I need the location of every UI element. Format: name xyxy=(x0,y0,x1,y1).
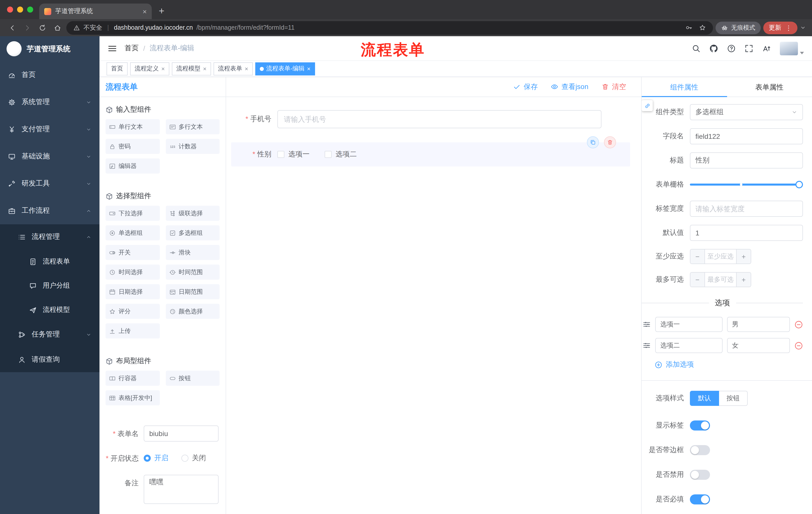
sidebar-item-process-model[interactable]: 流程模型 xyxy=(0,298,99,322)
bookmark-star-icon[interactable] xyxy=(699,24,706,31)
disabled-toggle[interactable] xyxy=(690,470,710,480)
style-default-button[interactable]: 默认 xyxy=(690,391,719,406)
chip-select[interactable]: 下拉选择 xyxy=(106,206,160,221)
status-on-radio[interactable]: 开启 xyxy=(144,454,168,463)
chip-table[interactable]: 表格[开发中] xyxy=(106,390,160,405)
increase-button[interactable]: + xyxy=(736,273,751,287)
close-icon[interactable]: × xyxy=(203,65,206,72)
chip-row-container[interactable]: 行容器 xyxy=(106,371,160,386)
breadcrumb-home[interactable]: 首页 xyxy=(125,44,139,53)
chip-editor[interactable]: 编辑器 xyxy=(106,158,160,173)
help-icon[interactable] xyxy=(727,44,736,53)
form-remark-textarea[interactable]: 嘿嘿 xyxy=(144,475,219,504)
sidebar-item-process-management[interactable]: 流程管理 xyxy=(0,224,99,249)
new-tab-button[interactable]: + xyxy=(159,6,164,16)
chip-button[interactable]: 按钮 xyxy=(166,371,220,386)
browser-menu-icon[interactable]: ⋮ xyxy=(785,24,792,31)
window-zoom-button[interactable] xyxy=(27,6,33,12)
browser-tab[interactable]: 芋道管理系统 × xyxy=(39,3,152,19)
window-minimize-button[interactable] xyxy=(17,6,23,12)
close-icon[interactable]: × xyxy=(307,65,311,72)
gender-option2-checkbox[interactable]: 选项二 xyxy=(325,150,357,159)
search-icon[interactable] xyxy=(692,44,700,53)
chip-switch[interactable]: 开关 xyxy=(106,245,160,260)
sidebar-item-task-management[interactable]: 任务管理 xyxy=(0,322,99,347)
forward-button[interactable] xyxy=(21,21,34,34)
sidebar-item-infrastructure[interactable]: 基础设施 xyxy=(0,143,99,170)
chip-slider[interactable]: 滑块 xyxy=(166,245,220,260)
delete-widget-button[interactable] xyxy=(604,136,616,148)
tag-home[interactable]: 首页 xyxy=(107,62,127,75)
password-key-icon[interactable] xyxy=(685,24,692,31)
decrease-button[interactable]: − xyxy=(690,273,705,287)
view-json-button[interactable]: 查看json xyxy=(551,82,588,91)
increase-button[interactable]: + xyxy=(736,249,751,264)
tab-close-icon[interactable]: × xyxy=(143,7,147,15)
chip-radio-group[interactable]: 单选框组 xyxy=(106,225,160,240)
clear-button[interactable]: 清空 xyxy=(602,82,626,91)
overflow-chevron-icon[interactable] xyxy=(800,25,806,31)
status-off-radio[interactable]: 关闭 xyxy=(181,454,206,463)
slider-track[interactable] xyxy=(690,184,799,186)
chip-date-range[interactable]: 日期范围 xyxy=(166,284,220,299)
sidebar-item-process-form[interactable]: 流程表单 xyxy=(0,249,99,274)
chip-rate[interactable]: 评分 xyxy=(106,304,160,319)
security-label[interactable]: 不安全 xyxy=(83,23,102,32)
option-value-input[interactable] xyxy=(727,317,790,332)
save-button[interactable]: 保存 xyxy=(513,82,538,91)
chip-time-picker[interactable]: 时间选择 xyxy=(106,265,160,280)
tab-component-props[interactable]: 组件属性 xyxy=(642,77,727,97)
sidebar-item-user-group[interactable]: 用户分组 xyxy=(0,274,99,298)
phone-input[interactable] xyxy=(278,110,602,128)
form-grid-slider[interactable] xyxy=(690,177,803,193)
sidebar-item-system[interactable]: 系统管理 xyxy=(0,88,99,116)
gender-option1-checkbox[interactable]: 选项一 xyxy=(278,150,310,159)
home-button[interactable] xyxy=(51,21,64,34)
required-toggle[interactable] xyxy=(690,494,710,505)
tag-process-form-edit[interactable]: 流程表单-编辑 × xyxy=(255,62,315,75)
default-value-input[interactable] xyxy=(690,225,803,241)
back-button[interactable] xyxy=(6,21,19,34)
slider-handle[interactable] xyxy=(795,181,803,188)
chip-time-range[interactable]: 时间范围 xyxy=(166,265,220,280)
chip-cascader[interactable]: 级联选择 xyxy=(166,206,220,221)
fullscreen-icon[interactable] xyxy=(745,44,753,53)
chip-checkbox-group[interactable]: 多选框组 xyxy=(166,225,220,240)
sidebar-item-workflow[interactable]: 工作流程 xyxy=(0,197,99,224)
form-name-input[interactable] xyxy=(144,426,219,441)
canvas-field-gender-selected[interactable]: 性别 选项一 选项二 xyxy=(231,142,630,166)
user-avatar[interactable] xyxy=(780,42,804,55)
drag-handle-icon[interactable] xyxy=(643,320,651,328)
label-width-input[interactable] xyxy=(690,201,803,217)
style-button-button[interactable]: 按钮 xyxy=(719,391,748,406)
tab-form-props[interactable]: 表单属性 xyxy=(727,77,812,97)
hamburger-icon[interactable] xyxy=(108,44,117,53)
chip-single-line-text[interactable]: 单行文本 xyxy=(106,119,160,134)
component-type-select[interactable]: 多选框组 xyxy=(690,104,803,120)
option-value-input[interactable] xyxy=(727,338,790,353)
chip-color-picker[interactable]: 颜色选择 xyxy=(166,304,220,319)
min-select-value[interactable]: 至少应选 xyxy=(705,249,736,264)
add-option-button[interactable]: 添加选项 xyxy=(655,360,812,369)
drag-handle-icon[interactable] xyxy=(643,342,651,350)
chip-upload[interactable]: 上传 xyxy=(106,323,160,339)
window-close-button[interactable] xyxy=(7,6,13,12)
decrease-button[interactable]: − xyxy=(690,249,705,264)
font-size-icon[interactable] xyxy=(762,44,771,53)
sidebar-item-payment[interactable]: 支付管理 xyxy=(0,116,99,143)
data-bind-link-button[interactable] xyxy=(642,100,653,111)
tag-process-model[interactable]: 流程模型 × xyxy=(172,62,211,75)
sidebar-item-devtools[interactable]: 研发工具 xyxy=(0,170,99,197)
show-label-toggle[interactable] xyxy=(690,421,710,431)
sidebar-item-home[interactable]: 首页 xyxy=(0,61,99,88)
option-label-input[interactable] xyxy=(655,317,722,332)
url-field[interactable]: 不安全 | dashboard.yudao.iocoder.cn /bpm/ma… xyxy=(66,21,713,34)
option-label-input[interactable] xyxy=(655,338,722,353)
tag-process-definition[interactable]: 流程定义 × xyxy=(130,62,169,75)
chip-counter[interactable]: 计数器 xyxy=(166,139,220,154)
tag-process-form[interactable]: 流程表单 × xyxy=(213,62,253,75)
remove-option-icon[interactable] xyxy=(794,320,803,329)
browser-update-button[interactable]: 更新 ⋮ xyxy=(763,21,798,34)
remove-option-icon[interactable] xyxy=(794,341,803,350)
copy-widget-button[interactable] xyxy=(587,136,599,148)
